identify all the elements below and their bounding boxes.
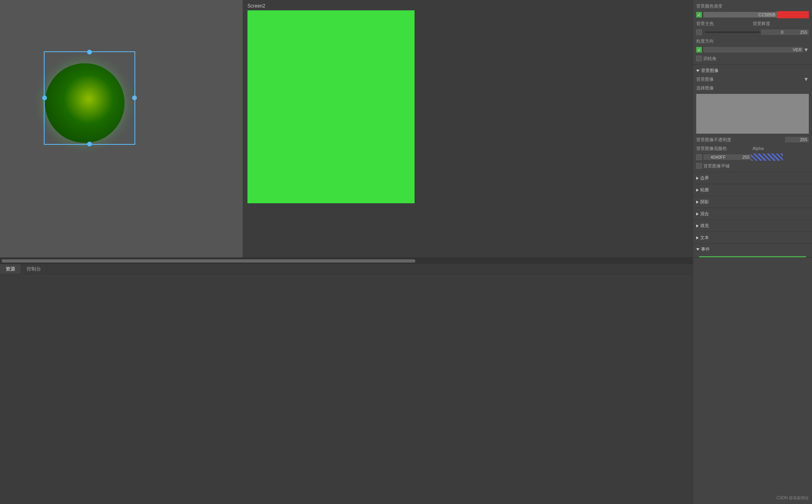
bg-img-color-val2: 255	[727, 154, 751, 160]
bg-color-section: 背景颜色渐变 ✓ CC5B5B 背景主色 背景辉度 0 255 粒度方向 ✓	[693, 0, 812, 65]
fill-label: 填充	[700, 223, 709, 229]
bg-image-label2: 背景图像	[696, 76, 803, 82]
bg-color-adjust-label: 背景颜色渐变	[696, 3, 809, 9]
outline-header[interactable]: 轮廓	[696, 186, 809, 194]
circle-shape	[45, 63, 125, 143]
tab-resources[interactable]: 资源	[0, 264, 21, 274]
bg-depth-slider[interactable]	[705, 31, 759, 33]
bg-img-flat-row: 背景图像平铺	[696, 162, 809, 170]
bg-depth-checkbox[interactable]	[696, 29, 702, 35]
blend-label: 混合	[700, 211, 709, 217]
bg-opacity-row: 背景图像不透明度 255	[696, 135, 809, 144]
handle-top[interactable]	[87, 50, 92, 54]
bg-img-color-row: 背景图像混颜色 Alpha	[696, 144, 809, 153]
fill-header[interactable]: 填充	[696, 222, 809, 230]
bg-color-swatch[interactable]	[777, 11, 809, 18]
border-label: 边界	[700, 175, 709, 181]
green-screen	[247, 10, 415, 203]
shadow-label: 阴影	[700, 199, 709, 205]
event-label: 事件	[701, 246, 710, 252]
blend-section: 混合	[693, 208, 812, 220]
alpha-label: Alpha	[753, 146, 809, 151]
bg-depth-row: 0 255	[696, 28, 809, 37]
bg-image-toggle-icon[interactable]	[696, 70, 699, 72]
round-corner-checkbox[interactable]	[696, 56, 702, 61]
bg-main-row: 背景主色 背景辉度	[696, 19, 809, 28]
pattern-swatch[interactable]	[751, 154, 783, 161]
handle-right[interactable]	[132, 95, 137, 100]
scrollbar-area[interactable]	[0, 258, 693, 264]
border-section: 边界	[693, 172, 812, 184]
shadow-icon	[696, 200, 699, 204]
bg-img-color-label: 背景图像混颜色	[696, 146, 753, 152]
bg-image-section: 背景图像 背景图像 ▼ 选择图像 背景图像不透明度 255 背景图像混颜色 Al…	[693, 65, 812, 172]
right-panel-bottom: CSDN @花架掃合	[693, 258, 812, 504]
bg-img-flat-checkbox[interactable]	[696, 163, 702, 169]
gradient-row: ✓ VER ▼	[696, 45, 809, 54]
canvas-left-inner	[34, 45, 209, 212]
bg-color-checkbox[interactable]: ✓	[696, 12, 702, 18]
border-header[interactable]: 边界	[696, 174, 809, 182]
blend-icon	[696, 212, 699, 216]
outline-label: 轮廓	[700, 187, 709, 193]
tabs-row: 资源 控制台	[0, 264, 693, 274]
right-panel: 背景颜色渐变 ✓ CC5B5B 背景主色 背景辉度 0 255 粒度方向 ✓	[693, 0, 812, 257]
bg-depth-val2: 255	[785, 29, 809, 35]
gradient-dir-row: 粒度方向	[696, 37, 809, 45]
round-corner-label: 四轮角	[703, 56, 809, 62]
bg-img-color-checkbox[interactable]	[696, 154, 702, 160]
bg-img-flat-label: 背景图像平铺	[703, 163, 809, 169]
text-header[interactable]: 文本	[696, 234, 809, 242]
bg-color-value: CC5B5B	[703, 12, 777, 18]
bg-img-color-values-row: 4040FF 255	[696, 153, 809, 162]
select-image-label: 选择图像	[696, 85, 809, 91]
fill-icon	[696, 224, 699, 228]
circle-container[interactable]	[42, 57, 129, 145]
bg-image-header: 背景图像	[696, 66, 809, 75]
bg-image-row: 背景图像 ▼	[696, 75, 809, 84]
bg-opacity-value: 255	[785, 137, 809, 142]
text-icon	[696, 236, 699, 239]
bg-image-title: 背景图像	[701, 68, 719, 74]
bg-color-row: ✓ CC5B5B	[696, 10, 809, 19]
round-corner-row: 四轮角	[696, 54, 809, 63]
tab-console[interactable]: 控制台	[21, 264, 47, 274]
border-icon	[696, 177, 699, 180]
bottom-area: 资源 控制台 CSDN @花架掃合	[0, 257, 812, 504]
text-label: 文本	[700, 235, 709, 241]
fill-section: 填充	[693, 220, 812, 232]
bg-main-label: 背景主色	[696, 21, 753, 27]
csdn-badge: CSDN @花架掃合	[777, 495, 809, 501]
canvas-left	[0, 0, 243, 257]
gradient-checkbox[interactable]: ✓	[696, 47, 702, 53]
gradient-dir-label: 粒度方向	[696, 38, 809, 44]
blend-header[interactable]: 混合	[696, 210, 809, 218]
bg-opacity-label: 背景图像不透明度	[696, 137, 785, 143]
canvas-right: Screen2	[243, 0, 693, 257]
bg-img-color-val: 4040FF	[703, 154, 727, 160]
bg-depth-label: 背景辉度	[753, 21, 809, 27]
shadow-header[interactable]: 阴影	[696, 198, 809, 206]
image-preview	[696, 94, 809, 134]
tab-content-area	[0, 274, 693, 504]
canvas-area: Screen2	[0, 0, 693, 257]
shadow-section: 阴影	[693, 196, 812, 208]
scrollbar-thumb[interactable]	[2, 259, 415, 263]
gradient-value: VER	[703, 47, 803, 53]
bottom-left: 资源 控制台	[0, 258, 693, 504]
event-toggle-icon[interactable]	[696, 248, 699, 251]
main-area: Screen2 背景颜色渐变 ✓ CC5B5B 背景主色 背景辉度 0	[0, 0, 812, 257]
outline-section: 轮廓	[693, 184, 812, 196]
bg-depth-val1: 0	[761, 29, 785, 35]
event-header: 事件	[693, 244, 812, 255]
text-section: 文本	[693, 232, 812, 244]
bg-color-adjust-row: 背景颜色渐变	[696, 2, 809, 10]
screen2-label: Screen2	[243, 0, 693, 10]
outline-icon	[696, 189, 699, 192]
select-image-row: 选择图像	[696, 84, 809, 92]
